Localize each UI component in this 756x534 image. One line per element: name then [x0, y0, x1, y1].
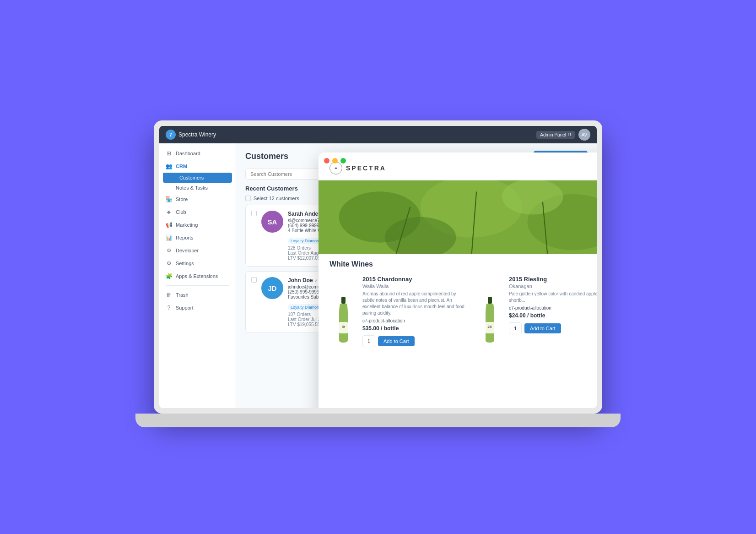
settings-icon: ⚙	[166, 260, 172, 267]
sidebar-item-support[interactable]: ? Support	[159, 301, 236, 314]
wine-store-popup: ✦ SPECTRA Shop	[319, 153, 597, 408]
page-area: Customers + + Add Customer Tag ▾	[236, 143, 597, 408]
wine-region: Okanagan	[509, 283, 597, 289]
sidebar-item-reports[interactable]: 📊 Reports	[159, 231, 236, 244]
support-icon: ?	[166, 305, 172, 311]
spectra-logo-icon: ✦	[329, 162, 342, 174]
quantity-input[interactable]	[509, 322, 522, 334]
page-title: Customers	[245, 152, 288, 161]
maximize-button[interactable]	[340, 158, 346, 163]
verified-icon: ✓	[314, 278, 318, 283]
laptop-screen: 7 Spectra Winery Admin Panel ⠿ AV	[159, 126, 597, 408]
wine-description: Pale golden yellow color with candied ap…	[509, 291, 597, 304]
sidebar-item-customers[interactable]: Customers	[163, 173, 232, 183]
app-title: Spectra Winery	[178, 131, 216, 138]
sidebar-item-notes-tasks[interactable]: Notes & Tasks	[159, 183, 236, 193]
sidebar-item-trash[interactable]: 🗑 Trash	[159, 289, 236, 301]
wine-details: 2015 Chardonnay Walla Walla Aromas aboun…	[362, 276, 467, 347]
sidebar-item-crm[interactable]: 👥 CRM	[159, 160, 236, 173]
wine-grid: I9 2015 Chardonnay Walla Walla Aromas ab…	[329, 276, 597, 347]
vineyard-hero-image	[319, 180, 597, 254]
customer-checkbox[interactable]	[251, 211, 257, 216]
dashboard-icon: ⊞	[166, 150, 172, 157]
wine-description: Aromas abound of red apple complimented …	[362, 291, 467, 316]
sidebar-item-dashboard[interactable]: ⊞ Dashboard	[159, 147, 236, 160]
apps-icon: 🧩	[166, 273, 172, 279]
user-avatar[interactable]: AV	[578, 129, 590, 141]
crm-icon: 👥	[166, 163, 172, 169]
wine-bottle-image: 25	[476, 276, 503, 347]
store-icon: 🏪	[166, 196, 172, 202]
grid-icon: ⠿	[568, 132, 571, 137]
wine-products-area: White Wines	[319, 254, 597, 354]
main-content: ⊞ Dashboard 👥 CRM Customers Notes & Task…	[159, 143, 597, 408]
svg-rect-12	[488, 297, 492, 304]
wine-add-row: Add to Cart	[509, 322, 597, 334]
wine-store-content: ✦ SPECTRA Shop	[319, 153, 597, 408]
top-bar-right: Admin Panel ⠿ AV	[536, 129, 590, 141]
spectra-logo: ✦ SPECTRA	[329, 162, 386, 174]
top-nav-bar: 7 Spectra Winery Admin Panel ⠿ AV	[159, 126, 597, 143]
wine-add-row: Add to Cart	[362, 335, 467, 347]
laptop-frame: 7 Spectra Winery Admin Panel ⠿ AV	[154, 120, 602, 414]
sidebar-item-developer[interactable]: ⚙ Developer	[159, 244, 236, 257]
sidebar-item-settings[interactable]: ⚙ Settings	[159, 257, 236, 270]
traffic-lights	[324, 158, 346, 163]
laptop-base	[135, 414, 621, 427]
bottle-svg: 25	[482, 297, 498, 347]
club-icon: ♣	[166, 209, 172, 215]
wine-region: Walla Walla	[362, 283, 467, 289]
sidebar-item-marketing[interactable]: 📢 Marketing	[159, 218, 236, 231]
spectra-name: SPECTRA	[346, 164, 386, 172]
logo-badge: 7	[166, 130, 176, 140]
wine-section-title: White Wines	[329, 260, 597, 268]
svg-point-5	[502, 180, 563, 214]
trash-icon: 🗑	[166, 292, 172, 298]
bottle-svg: I9	[335, 297, 351, 347]
wine-allocation: c7-product-allocation	[362, 318, 467, 323]
wine-allocation: c7-product-allocation	[509, 305, 597, 311]
sidebar: ⊞ Dashboard 👥 CRM Customers Notes & Task…	[159, 143, 236, 408]
sidebar-item-apps-extensions[interactable]: 🧩 Apps & Extensions	[159, 270, 236, 283]
admin-panel-button[interactable]: Admin Panel ⠿	[536, 131, 575, 139]
wine-card: I9 2015 Chardonnay Walla Walla Aromas ab…	[329, 276, 467, 347]
wine-price: $35.00 / bottle	[362, 325, 467, 332]
add-to-cart-button[interactable]: Add to Cart	[524, 323, 561, 333]
marketing-icon: 📢	[166, 222, 172, 228]
svg-rect-9	[341, 297, 346, 304]
sidebar-item-store[interactable]: 🏪 Store	[159, 193, 236, 206]
close-button[interactable]	[324, 158, 329, 163]
svg-text:25: 25	[487, 325, 491, 329]
customer-avatar: SA	[261, 211, 283, 233]
reports-icon: 📊	[166, 234, 172, 241]
wine-bottle-image: I9	[329, 276, 357, 347]
sidebar-divider	[166, 285, 229, 286]
select-all-checkbox[interactable]	[245, 196, 251, 201]
app-logo: 7 Spectra Winery	[166, 130, 216, 140]
customer-avatar: JD	[261, 277, 283, 299]
wine-card: 25 2015 Riesling Okanagan Pale golden ye…	[476, 276, 597, 347]
svg-text:I9: I9	[341, 325, 345, 329]
developer-icon: ⚙	[166, 247, 172, 254]
quantity-input[interactable]	[362, 335, 375, 347]
wine-store-header: ✦ SPECTRA Shop	[319, 153, 597, 180]
sidebar-item-club[interactable]: ♣ Club	[159, 206, 236, 218]
wine-price: $24.00 / bottle	[509, 312, 597, 319]
add-to-cart-button[interactable]: Add to Cart	[378, 336, 415, 346]
wine-name: 2015 Riesling	[509, 276, 597, 283]
wine-details: 2015 Riesling Okanagan Pale golden yello…	[509, 276, 597, 347]
minimize-button[interactable]	[332, 158, 338, 163]
customer-checkbox[interactable]	[251, 277, 257, 283]
wine-name: 2015 Chardonnay	[362, 276, 467, 283]
